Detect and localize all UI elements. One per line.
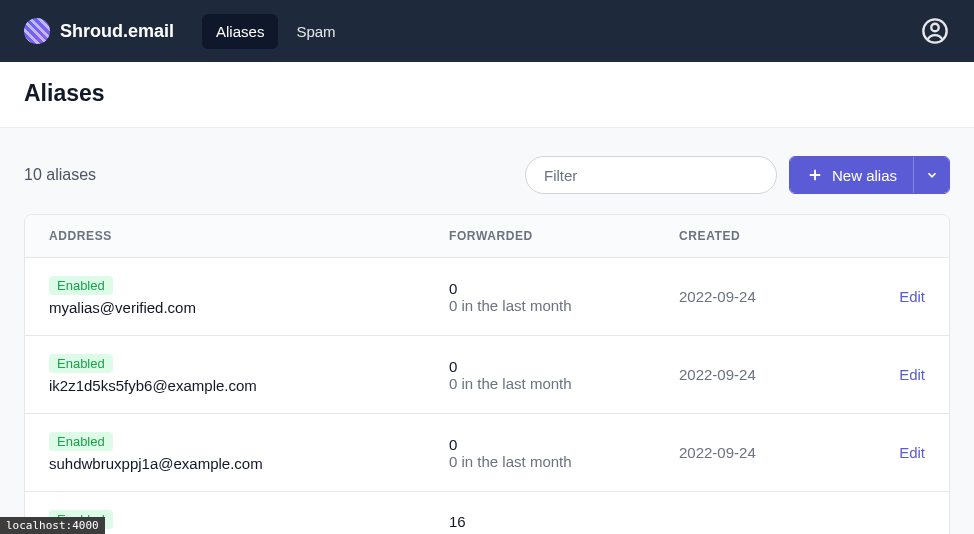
th-created: CREATED (679, 229, 869, 243)
toolbar-right: New alias (525, 156, 950, 194)
forwarded-total: 0 (449, 436, 679, 453)
table-row: Enabled suhdwbruxppj1a@example.com 0 0 i… (25, 414, 949, 492)
th-actions (869, 229, 925, 243)
alias-address: myalias@verified.com (49, 299, 196, 316)
filter-input[interactable] (525, 156, 777, 194)
new-alias-button[interactable]: New alias (790, 157, 913, 193)
forwarded-month: 0 in the last month (449, 375, 679, 392)
cell-forwarded: 0 0 in the last month (449, 280, 679, 314)
page-title: Aliases (24, 80, 950, 107)
aliases-table: ADDRESS FORWARDED CREATED Enabled myalia… (24, 214, 950, 534)
navbar: Shroud.email Aliases Spam (0, 0, 974, 62)
alias-address: suhdwbruxppj1a@example.com (49, 455, 263, 472)
cell-created: 2022-09-24 (679, 366, 869, 383)
user-circle-icon (921, 17, 949, 45)
cell-forwarded: 0 0 in the last month (449, 436, 679, 470)
cell-forwarded: 16 (449, 513, 679, 530)
th-address: ADDRESS (49, 229, 449, 243)
th-forwarded: FORWARDED (449, 229, 679, 243)
alias-count: 10 aliases (24, 166, 96, 184)
nav-tabs: Aliases Spam (202, 14, 350, 49)
svg-point-1 (931, 24, 938, 31)
cell-created: 2022-09-24 (679, 444, 869, 461)
table-row: Enabled 16 (25, 492, 949, 534)
table-row: Enabled ik2z1d5ks5fyb6@example.com 0 0 i… (25, 336, 949, 414)
brand-name: Shroud.email (60, 21, 174, 42)
forwarded-month: 0 in the last month (449, 453, 679, 470)
cell-address: Enabled suhdwbruxppj1a@example.com (49, 432, 449, 473)
toolbar: 10 aliases New alias (24, 156, 950, 194)
status-badge: Enabled (49, 354, 113, 373)
forwarded-month: 0 in the last month (449, 297, 679, 314)
forwarded-total: 0 (449, 358, 679, 375)
status-badge: Enabled (49, 276, 113, 295)
page-header: Aliases (0, 62, 974, 128)
table-row: Enabled myalias@verified.com 0 0 in the … (25, 258, 949, 336)
logo-icon (24, 18, 50, 44)
tab-spam[interactable]: Spam (282, 14, 349, 49)
edit-link[interactable]: Edit (869, 444, 925, 461)
cell-forwarded: 0 0 in the last month (449, 358, 679, 392)
chevron-down-icon (925, 168, 939, 182)
table-body: Enabled myalias@verified.com 0 0 in the … (25, 258, 949, 534)
new-alias-label: New alias (832, 167, 897, 184)
brand[interactable]: Shroud.email (24, 18, 174, 44)
edit-link[interactable]: Edit (869, 366, 925, 383)
tab-aliases[interactable]: Aliases (202, 14, 278, 49)
cell-address: Enabled ik2z1d5ks5fyb6@example.com (49, 354, 449, 395)
table-header: ADDRESS FORWARDED CREATED (25, 215, 949, 258)
edit-link[interactable]: Edit (869, 288, 925, 305)
account-menu-button[interactable] (920, 16, 950, 46)
cell-address: Enabled myalias@verified.com (49, 276, 449, 317)
cell-address: Enabled (49, 510, 449, 533)
nav-left: Shroud.email Aliases Spam (24, 14, 350, 49)
new-alias-dropdown-button[interactable] (913, 157, 949, 193)
new-alias-group: New alias (789, 156, 950, 194)
cell-created: 2022-09-24 (679, 288, 869, 305)
plus-icon (806, 166, 824, 184)
status-badge: Enabled (49, 432, 113, 451)
forwarded-total: 16 (449, 513, 679, 530)
browser-status-bar: localhost:4000 (0, 517, 105, 534)
forwarded-total: 0 (449, 280, 679, 297)
content: 10 aliases New alias A (0, 128, 974, 534)
alias-address: ik2z1d5ks5fyb6@example.com (49, 377, 257, 394)
